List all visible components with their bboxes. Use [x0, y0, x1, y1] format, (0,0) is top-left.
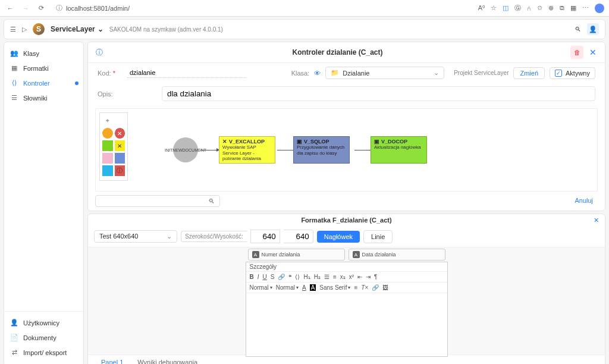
width-input[interactable]	[250, 230, 280, 243]
refresh-button[interactable]: ⟳	[36, 3, 46, 14]
klasa-select[interactable]: 📁 Dzialanie ⌄	[325, 67, 444, 79]
sup-button[interactable]: x²	[349, 274, 354, 280]
bg-color-button[interactable]: A	[310, 284, 316, 291]
quote-button[interactable]: ❝	[288, 274, 291, 280]
cyan-node-tool[interactable]	[102, 165, 113, 176]
sub-button[interactable]: x₂	[340, 274, 346, 280]
underline-button[interactable]: U	[263, 274, 267, 280]
history-icon[interactable]: ⊕	[548, 4, 554, 12]
link-button[interactable]: 🔗	[278, 274, 285, 280]
play-icon[interactable]: ▷	[22, 26, 27, 33]
h2-button[interactable]: H₂	[314, 274, 321, 280]
app-header: ☰ ▷ S ServiceLayer ⌄ SAKOL4DM na szymkaw…	[4, 19, 605, 39]
pink-node-tool[interactable]	[102, 153, 113, 164]
field-data-dzialania[interactable]: AData działania	[349, 249, 445, 261]
direction-button[interactable]: ¶	[374, 274, 377, 280]
list-icon: ☰	[10, 94, 18, 102]
search-icon[interactable]: 🔍︎	[575, 26, 581, 33]
forward-button[interactable]: →	[20, 3, 31, 14]
back-button[interactable]: ←	[5, 3, 15, 14]
profile-icon[interactable]	[595, 4, 604, 13]
strike-button[interactable]: S	[271, 274, 275, 280]
naglowek-button[interactable]: Nagłówek	[317, 231, 360, 243]
formatka-title: Formatka F_dzialanie (C_act)	[301, 216, 391, 224]
rich-text-editor: Szczegóły B I U S 🔗 ❝ ⟨⟩ H₁ H₂ ☰	[246, 262, 448, 357]
image-button[interactable]: 🖼	[382, 284, 388, 291]
field-numer-dzialania[interactable]: ANumer działania	[248, 249, 345, 261]
sidebar-item-kontroler[interactable]: ⟨⟩Kontroler	[4, 76, 83, 90]
code-button[interactable]: ⟨⟩	[295, 274, 300, 280]
url-bar[interactable]: ⓘ localhost:5801/admin/	[51, 2, 473, 14]
reader-icon[interactable]: Ⓖ	[514, 4, 521, 12]
product-selector[interactable]: ServiceLayer ⌄	[51, 25, 103, 33]
opis-input[interactable]	[162, 86, 595, 101]
apps-icon[interactable]: ▦	[570, 4, 576, 12]
resolution-select[interactable]: Test 640x640⌄	[94, 230, 177, 243]
delete-tool-icon[interactable]: ✕	[115, 128, 125, 139]
sidebar-item-import-eksport[interactable]: ⇄Import/ eksport	[4, 345, 83, 360]
sidebar-item-klasy[interactable]: 👥Klasy	[4, 46, 83, 61]
indent-button[interactable]: ⇥	[366, 274, 371, 280]
close-button[interactable]: ✕	[587, 48, 599, 57]
red-node-tool[interactable]: ⓘ	[115, 165, 125, 176]
text-size-icon[interactable]: A⁰	[478, 4, 485, 12]
sqlop-node[interactable]: ▣V_SQLOPPrzygotowanie danych dla zapisu …	[293, 136, 350, 164]
more-icon[interactable]: ⋯	[582, 4, 589, 12]
font-select[interactable]: Sans Serif▾	[319, 284, 350, 291]
tab-debug[interactable]: Wyniki debugowania	[130, 355, 205, 364]
attach-button[interactable]: 🔗	[372, 284, 379, 291]
search-input[interactable]: 🔍︎	[95, 195, 220, 207]
workflow-canvas[interactable]: ⌖ ✕ ✕ ⓘ INITNEWDOCUMENT ✕V_EXCALLOPWywoł…	[95, 108, 598, 192]
ol-button[interactable]: ≡	[333, 274, 337, 280]
sidebar-item-label: Użytkownicy	[23, 319, 59, 327]
ul-button[interactable]: ☰	[324, 274, 329, 280]
paragraph-select[interactable]: Normal▾	[250, 284, 272, 291]
user-menu[interactable]: 👤	[587, 23, 599, 35]
trash-icon: 🗑	[574, 49, 580, 56]
green-node-tool[interactable]	[102, 140, 113, 151]
editor-content[interactable]	[246, 293, 447, 356]
favorites-icon[interactable]: ✩	[537, 4, 542, 12]
check-icon: ✓	[555, 70, 562, 77]
target-tool-icon[interactable]: ⌖	[102, 115, 113, 126]
anuluj-button[interactable]: Anuluj	[570, 195, 598, 207]
info-icon[interactable]: ⓘ	[94, 47, 105, 58]
visibility-icon[interactable]: 👁	[314, 70, 321, 77]
init-node[interactable]: INITNEWDOCUMENT	[173, 137, 198, 162]
text-color-button[interactable]: A	[302, 284, 306, 291]
sidebar-item-formatki[interactable]: ▦Formatki	[4, 61, 83, 76]
zmien-button[interactable]: Zmień	[513, 67, 545, 79]
docop-node[interactable]: ▣V_DOCOPAktualizacja nagłówka	[371, 136, 427, 164]
linie-button[interactable]: Linie	[363, 230, 393, 243]
sidebar-item-dokumenty[interactable]: 📄Dokumenty	[4, 330, 83, 345]
arrow-icon	[200, 150, 219, 150]
tab-panel1[interactable]: Panel 1	[94, 355, 130, 364]
star-outline-icon[interactable]: ☆	[491, 4, 497, 12]
height-input[interactable]	[284, 230, 313, 243]
excallop-node[interactable]: ✕V_EXCALLOPWywołanie SAP Service Layer -…	[219, 136, 275, 164]
hamburger-icon[interactable]: ☰	[10, 26, 16, 33]
bold-button[interactable]: B	[250, 274, 254, 280]
close-button[interactable]: ✕	[594, 216, 599, 224]
italic-button[interactable]: I	[258, 274, 259, 280]
outdent-button[interactable]: ⇤	[357, 274, 362, 280]
kod-input[interactable]	[127, 68, 246, 78]
controller-panel: ⓘ Kontroler dzialanie (C_act) 🗑 ✕ Kod: *…	[87, 42, 605, 211]
extension-icon[interactable]: ◫	[503, 4, 508, 12]
sidebar-item-label: Słowniki	[23, 95, 47, 102]
kod-label: Kod: *	[98, 70, 123, 77]
collections-icon[interactable]: ⑃	[527, 5, 531, 12]
clear-format-button[interactable]: T×	[361, 284, 368, 291]
align-button[interactable]: ≡	[354, 284, 357, 291]
delete-button[interactable]: 🗑	[570, 46, 583, 59]
aktywny-checkbox[interactable]: ✓ Aktywny	[550, 67, 595, 79]
sidebar-item-uzytkownicy[interactable]: 👤Użytkownicy	[4, 315, 83, 330]
sidebar-item-slowniki[interactable]: ☰Słowniki	[4, 90, 83, 105]
chevron-down-icon: ⌄	[98, 25, 103, 33]
yellow-node-tool[interactable]: ✕	[115, 140, 125, 151]
orange-node-tool[interactable]	[102, 128, 113, 139]
h1-button[interactable]: H₁	[303, 274, 310, 280]
size-select[interactable]: Normal▾	[276, 284, 299, 291]
blue-node-tool[interactable]	[115, 153, 125, 164]
downloads-icon[interactable]: ⧉	[560, 4, 564, 12]
